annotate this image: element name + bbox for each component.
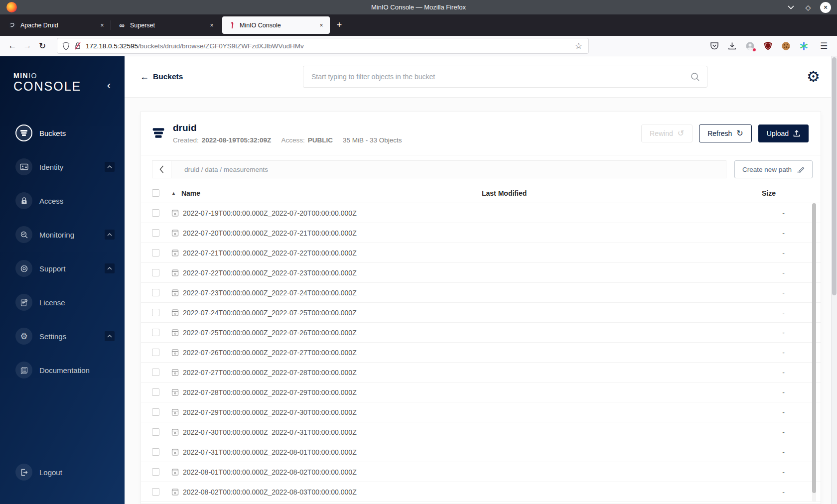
row-checkbox[interactable] (152, 309, 159, 316)
url-input[interactable]: 172.18.0.5:32595/buckets/druid/browse/ZG… (57, 38, 589, 54)
object-name[interactable]: 2022-07-24T00:00:00.000Z_2022-07-25T00:0… (183, 309, 357, 317)
row-checkbox[interactable] (152, 249, 159, 256)
sidebar-item-license[interactable]: License (0, 285, 125, 319)
row-checkbox[interactable] (152, 329, 159, 336)
table-row[interactable]: 2022-07-25T00:00:00.000Z_2022-07-26T00:0… (141, 323, 821, 343)
tab-close-icon[interactable]: × (98, 21, 107, 30)
settings-gear-button[interactable]: ⚙ (807, 69, 820, 84)
chevron-up-icon[interactable] (105, 230, 115, 240)
table-row[interactable]: 2022-07-22T00:00:00.000Z_2022-07-23T00:0… (141, 263, 821, 283)
forward-button[interactable]: → (20, 38, 35, 53)
sidebar-item-monitoring[interactable]: Monitoring (0, 218, 125, 252)
back-button[interactable]: ← (5, 38, 20, 53)
page-scrollbar-thumb[interactable] (832, 57, 837, 295)
table-row[interactable]: 2022-07-21T00:00:00.000Z_2022-07-22T00:0… (141, 243, 821, 263)
row-checkbox[interactable] (152, 468, 159, 476)
search-input[interactable] (311, 73, 691, 81)
table-row[interactable]: 2022-07-24T00:00:00.000Z_2022-07-25T00:0… (141, 303, 821, 323)
ublock-origin-icon[interactable] (763, 41, 773, 51)
sidebar-item-buckets[interactable]: Buckets (0, 116, 125, 150)
new-tab-button[interactable]: + (332, 18, 347, 33)
size-column-header[interactable]: Size (731, 189, 821, 197)
table-row[interactable]: 2022-07-19T00:00:00.000Z_2022-07-20T00:0… (141, 203, 821, 223)
last-modified-column-header[interactable]: Last Modified (482, 189, 731, 197)
sidebar-item-access[interactable]: Access (0, 184, 125, 218)
window-close-button[interactable]: × (820, 2, 831, 13)
table-row[interactable]: 2022-08-02T00:00:00.000Z_2022-08-03T00:0… (141, 482, 821, 502)
access-value[interactable]: PUBLIC (308, 136, 333, 144)
cookie-extension-icon[interactable] (781, 41, 791, 51)
create-new-path-button[interactable]: Create new path (734, 160, 813, 178)
object-name[interactable]: 2022-08-01T00:00:00.000Z_2022-08-02T00:0… (183, 468, 357, 476)
row-checkbox[interactable] (152, 408, 159, 416)
sidebar-item-support[interactable]: Support (0, 252, 125, 285)
object-name[interactable]: 2022-07-31T00:00:00.000Z_2022-08-01T00:0… (183, 448, 357, 456)
table-scrollbar[interactable] (812, 203, 816, 502)
table-row[interactable]: 2022-07-27T00:00:00.000Z_2022-07-28T00:0… (141, 363, 821, 382)
colorful-asterisk-extension-icon[interactable] (799, 41, 809, 51)
row-checkbox[interactable] (152, 388, 159, 396)
table-row[interactable]: 2022-08-01T00:00:00.000Z_2022-08-02T00:0… (141, 462, 821, 482)
chevron-up-icon[interactable] (105, 331, 115, 341)
container-extension-icon[interactable] (745, 41, 755, 51)
downloads-icon[interactable] (727, 41, 737, 51)
table-row[interactable]: 2022-07-23T00:00:00.000Z_2022-07-24T00:0… (141, 283, 821, 303)
refresh-button[interactable]: Refresh ↻ (699, 125, 751, 142)
path-back-button[interactable] (152, 161, 171, 178)
select-all-checkbox[interactable] (152, 189, 159, 197)
tab-minio-console[interactable]: MinIO Console × (222, 16, 330, 34)
object-name[interactable]: 2022-07-20T00:00:00.000Z_2022-07-21T00:0… (183, 229, 357, 237)
hamburger-menu-icon[interactable]: ☰ (819, 41, 829, 51)
object-name[interactable]: 2022-07-21T00:00:00.000Z_2022-07-22T00:0… (183, 249, 357, 257)
sidebar-item-documentation[interactable]: Documentation (0, 353, 125, 387)
table-row[interactable]: 2022-07-29T00:00:00.000Z_2022-07-30T00:0… (141, 402, 821, 422)
sidebar-item-logout[interactable]: Logout (0, 455, 125, 489)
sidebar-item-settings[interactable]: ⚙ Settings (0, 319, 125, 353)
object-name[interactable]: 2022-07-27T00:00:00.000Z_2022-07-28T00:0… (183, 369, 357, 377)
table-row[interactable]: 2022-07-31T00:00:00.000Z_2022-08-01T00:0… (141, 442, 821, 462)
sort-ascending-icon[interactable]: ▲ (171, 191, 176, 196)
tab-close-icon[interactable]: × (207, 21, 216, 30)
row-checkbox[interactable] (152, 448, 159, 456)
name-column-header[interactable]: Name (181, 189, 200, 197)
table-row[interactable]: 2022-07-20T00:00:00.000Z_2022-07-21T00:0… (141, 223, 821, 243)
chevron-up-icon[interactable] (105, 263, 115, 273)
object-name[interactable]: 2022-07-29T00:00:00.000Z_2022-07-30T00:0… (183, 408, 357, 416)
page-scrollbar[interactable] (831, 56, 837, 504)
object-name[interactable]: 2022-07-23T00:00:00.000Z_2022-07-24T00:0… (183, 289, 357, 297)
tab-close-icon[interactable]: × (317, 21, 326, 30)
window-minimize-button[interactable] (785, 2, 796, 13)
tab-superset[interactable]: ∞ Superset × (113, 16, 220, 34)
rewind-button[interactable]: Rewind ↺ (641, 125, 693, 142)
object-name[interactable]: 2022-07-30T00:00:00.000Z_2022-07-31T00:0… (183, 428, 357, 436)
upload-button[interactable]: Upload (758, 125, 809, 142)
sidebar-collapse-icon[interactable]: ‹ (107, 80, 111, 91)
breadcrumb[interactable]: druid / data / measurements (171, 161, 726, 178)
object-name[interactable]: 2022-07-28T00:00:00.000Z_2022-07-29T00:0… (183, 388, 357, 396)
row-checkbox[interactable] (152, 269, 159, 276)
insecure-lock-icon[interactable] (74, 42, 81, 50)
row-checkbox[interactable] (152, 209, 159, 217)
object-name[interactable]: 2022-07-25T00:00:00.000Z_2022-07-26T00:0… (183, 329, 357, 337)
back-to-buckets-link[interactable]: ← Buckets (140, 72, 183, 82)
table-row[interactable]: 2022-07-30T00:00:00.000Z_2022-07-31T00:0… (141, 422, 821, 442)
row-checkbox[interactable] (152, 428, 159, 436)
table-scrollbar-thumb[interactable] (812, 203, 816, 493)
object-name[interactable]: 2022-07-22T00:00:00.000Z_2022-07-23T00:0… (183, 269, 357, 277)
chevron-up-icon[interactable] (105, 162, 115, 172)
row-checkbox[interactable] (152, 289, 159, 296)
object-name[interactable]: 2022-07-26T00:00:00.000Z_2022-07-27T00:0… (183, 349, 357, 357)
row-checkbox[interactable] (152, 488, 159, 496)
sidebar-item-identity[interactable]: Identity (0, 150, 125, 184)
object-name[interactable]: 2022-08-02T00:00:00.000Z_2022-08-03T00:0… (183, 488, 357, 496)
table-row[interactable]: 2022-07-26T00:00:00.000Z_2022-07-27T00:0… (141, 343, 821, 363)
row-checkbox[interactable] (152, 229, 159, 237)
tab-apache-druid[interactable]: Apache Druid × (3, 16, 111, 34)
table-row[interactable]: 2022-07-28T00:00:00.000Z_2022-07-29T00:0… (141, 382, 821, 402)
window-maximize-button[interactable]: ◇ (803, 2, 814, 13)
bookmark-star-icon[interactable]: ☆ (574, 41, 583, 51)
reload-button[interactable]: ↻ (35, 38, 50, 53)
object-name[interactable]: 2022-07-19T00:00:00.000Z_2022-07-20T00:0… (183, 209, 357, 217)
tracking-shield-icon[interactable] (62, 42, 70, 50)
pocket-icon[interactable] (709, 41, 719, 51)
